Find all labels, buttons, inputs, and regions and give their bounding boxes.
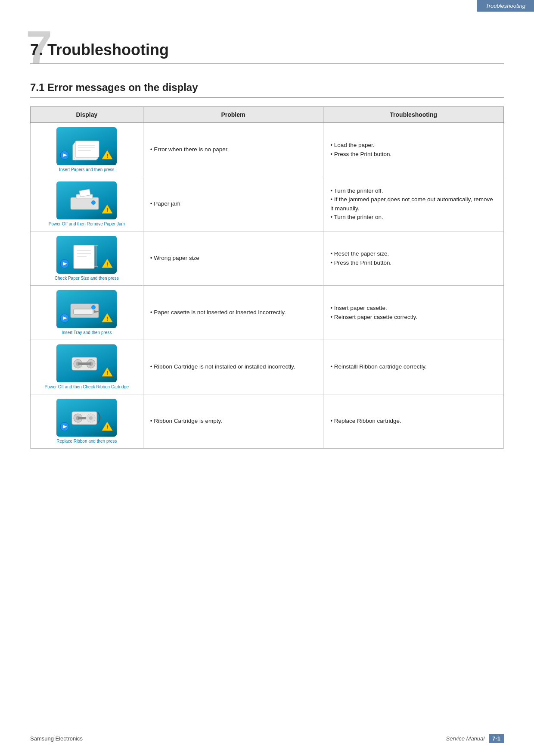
papers-icon [69, 132, 104, 160]
footer-manual: Service Manual [446, 735, 485, 742]
svg-rect-28 [74, 309, 93, 314]
section-title: 7.1 Error messages on the display [30, 81, 504, 98]
display-icon-4: ! [56, 290, 117, 328]
warning-badge-6: ! [101, 421, 113, 434]
display-icon-5: ! [56, 344, 117, 382]
check-paper-size-icon [69, 241, 104, 269]
print-btn-icon-3 [60, 259, 69, 271]
display-cell-5: ! Power Off and then Check Ribbon Cartri… [31, 340, 143, 394]
print-btn-icon-4 [60, 313, 69, 325]
display-cell-6: ! Replace Ribbon and then press [31, 394, 143, 449]
svg-text:!: ! [106, 424, 108, 431]
chapter-title: 7. Troubleshooting [30, 41, 504, 64]
warning-badge-4: ! [101, 312, 113, 325]
svg-point-13 [91, 200, 96, 205]
footer-company: Samsung Electronics [30, 735, 83, 742]
table-row: ! Replace Ribbon and then press [31, 394, 504, 449]
troubleshoot-cell-6: • Replace Ribbon cartridge. [323, 394, 504, 449]
troubleshoot-cell-4: • Insert paper casette.• Reinsert paper … [323, 286, 504, 340]
svg-rect-41 [78, 362, 91, 365]
svg-rect-16 [74, 245, 94, 269]
svg-text:!: ! [106, 207, 108, 213]
table-row: ! Insert Tray and then press [31, 286, 504, 340]
table-row: ! Power Off and then Remove Paper Jam • … [31, 177, 504, 231]
display-cell-4: ! Insert Tray and then press [31, 286, 143, 340]
problem-cell-3: • Wrong paper size [143, 231, 323, 286]
display-cell-2: ! Power Off and then Remove Paper Jam [31, 177, 143, 231]
warning-badge-3: ! [101, 258, 113, 271]
display-label-6: Replace Ribbon and then press [56, 438, 117, 444]
col-header-display: Display [31, 107, 143, 123]
display-icon-6: ! [56, 399, 117, 437]
troubleshoot-cell-3: • Reset the paper size.• Press the Print… [323, 231, 504, 286]
display-icon-2: ! [56, 181, 117, 219]
paper-jam-icon [68, 187, 105, 215]
display-label-1: Insert Papers and then press [59, 167, 114, 172]
display-cell-3: ! Check Paper Size and then press [31, 231, 143, 286]
display-label-3: Check Paper Size and then press [55, 275, 119, 281]
problem-cell-1: • Error when there is no paper. [143, 123, 323, 177]
display-label-2: Power Off and then Remove Paper Jam [49, 221, 125, 227]
print-btn-icon-6 [60, 422, 69, 434]
svg-text:!: ! [106, 153, 108, 159]
problem-cell-4: • Paper casette is not inserted or inser… [143, 286, 323, 340]
table-row: ! Insert Papers and then p [31, 123, 504, 177]
svg-rect-49 [78, 417, 86, 419]
insert-tray-icon [68, 295, 105, 323]
problem-cell-5: • Ribbon Cartridge is not installed or i… [143, 340, 323, 394]
troubleshoot-cell-1: • Load the paper.• Press the Print butto… [323, 123, 504, 177]
display-label-5: Power Off and then Check Ribbon Cartridg… [45, 384, 129, 390]
svg-point-31 [91, 305, 96, 309]
display-cell-1: ! Insert Papers and then p [31, 123, 143, 177]
replace-ribbon-icon [68, 404, 105, 432]
table-row: ! Power Off and then Check Ribbon Cartri… [31, 340, 504, 394]
problem-cell-2: • Paper jam [143, 177, 323, 231]
footer-page: 7-1 [489, 734, 504, 743]
table-row: ! Check Paper Size and then press [31, 231, 504, 286]
display-icon-3: ! [56, 236, 117, 274]
svg-rect-2 [75, 141, 99, 157]
warning-badge-1: ! [101, 150, 113, 162]
svg-text:!: ! [106, 370, 108, 376]
error-messages-table: Display Problem Troubleshooting [30, 106, 504, 449]
svg-point-48 [89, 416, 93, 420]
svg-text:!: ! [106, 316, 108, 322]
footer-right: Service Manual 7-1 [446, 734, 504, 743]
print-btn-icon-1 [60, 150, 69, 162]
warning-badge-2: ! [101, 204, 113, 217]
troubleshoot-cell-5: • Reinstalll Ribbon cartridge correctly. [323, 340, 504, 394]
display-icon-1: ! [56, 127, 117, 165]
troubleshoot-cell-2: • Turn the printer off. • If the jammed … [323, 177, 504, 231]
check-ribbon-icon [68, 350, 105, 378]
display-label-4: Insert Tray and then press [62, 330, 112, 335]
col-header-troubleshooting: Troubleshooting [323, 107, 504, 123]
svg-text:!: ! [106, 261, 108, 268]
problem-cell-6: • Ribbon Cartridge is empty. [143, 394, 323, 449]
col-header-problem: Problem [143, 107, 323, 123]
warning-badge-5: ! [101, 367, 113, 380]
footer: Samsung Electronics Service Manual 7-1 [0, 734, 534, 743]
